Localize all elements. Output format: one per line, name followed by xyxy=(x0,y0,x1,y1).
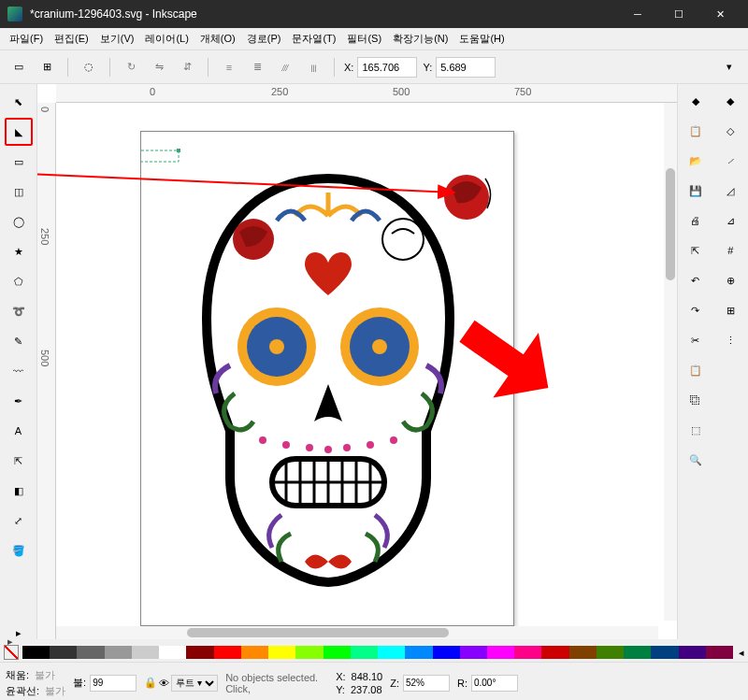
swatch[interactable] xyxy=(541,646,568,659)
redo-icon[interactable]: ↷ xyxy=(683,297,709,323)
menu-item[interactable]: 레이어(L) xyxy=(139,29,194,49)
layer-lock-icon[interactable]: 🔒 xyxy=(144,677,157,689)
rect-tool[interactable]: ▭ xyxy=(5,148,33,176)
menu-chevron-icon[interactable]: ▾ xyxy=(718,56,741,79)
snap-edge-icon[interactable]: ⊿ xyxy=(717,207,743,234)
select-all-icon[interactable]: ⊞ xyxy=(36,56,58,79)
snap-node-icon[interactable]: ◇ xyxy=(717,118,743,144)
align1-icon[interactable]: ≡ xyxy=(218,56,240,79)
layer-select[interactable]: 루트 ▾ xyxy=(171,675,218,692)
opacity-input[interactable] xyxy=(90,675,137,692)
minimize-button[interactable]: ─ xyxy=(617,0,658,28)
close-button[interactable]: ✕ xyxy=(699,0,741,28)
palette-menu-icon[interactable]: ◂ xyxy=(739,647,744,659)
snap-dots-icon[interactable]: ⋮ xyxy=(717,327,743,353)
menu-item[interactable]: 도움말(H) xyxy=(453,29,510,49)
cut-icon[interactable]: ✂ xyxy=(683,327,709,353)
swatch[interactable] xyxy=(679,646,706,659)
menu-item[interactable]: 문자열(T) xyxy=(286,29,341,49)
snap-icon[interactable]: ◆ xyxy=(717,88,743,114)
swatch[interactable] xyxy=(77,646,104,659)
swatch[interactable] xyxy=(186,646,213,659)
mirror-icon[interactable]: ⇵ xyxy=(176,56,198,79)
menu-item[interactable]: 보기(V) xyxy=(94,29,140,49)
export-icon[interactable]: ⇱ xyxy=(683,237,709,264)
scrollbar-horizontal[interactable] xyxy=(56,626,658,639)
calligraphy-tool[interactable]: ✒ xyxy=(5,387,33,415)
poly-tool[interactable]: ⬠ xyxy=(5,267,33,295)
fill-stroke-icon[interactable]: ◆ xyxy=(683,88,709,114)
connector-tool[interactable]: ⇱ xyxy=(5,447,33,475)
swatch[interactable] xyxy=(460,646,487,659)
new-doc-icon[interactable]: ▭ xyxy=(7,56,30,79)
align4-icon[interactable]: ⫼ xyxy=(302,56,324,79)
swatch[interactable] xyxy=(487,646,514,659)
swatch[interactable] xyxy=(132,646,159,659)
swatch[interactable] xyxy=(241,646,268,659)
duplicate-icon[interactable]: ⿻ xyxy=(683,387,709,413)
dashed-icon[interactable]: ◌ xyxy=(78,56,100,79)
clipboard-icon[interactable]: 📋 xyxy=(683,357,709,383)
zoom-input[interactable] xyxy=(403,675,450,692)
snap-center-icon[interactable]: ⊕ xyxy=(717,267,743,293)
menu-item[interactable]: 편집(E) xyxy=(49,29,94,49)
swatch[interactable] xyxy=(378,646,405,659)
menu-item[interactable]: 파일(F) xyxy=(4,29,49,49)
swatch[interactable] xyxy=(597,646,624,659)
save-icon[interactable]: 💾 xyxy=(683,178,709,204)
swatch[interactable] xyxy=(22,646,50,659)
paintbucket-tool[interactable]: 🪣 xyxy=(5,536,33,564)
select-tool[interactable]: ⬉ xyxy=(5,88,33,116)
swatch[interactable] xyxy=(351,646,378,659)
snap-path-icon[interactable]: ⟋ xyxy=(717,148,743,174)
snap-corner-icon[interactable]: ◿ xyxy=(717,178,743,204)
no-fill-swatch[interactable] xyxy=(4,645,19,660)
snap-hash-icon[interactable]: # xyxy=(717,237,743,264)
canvas-area[interactable]: 🔒 0250500750 0250500 xyxy=(37,84,677,639)
swatch[interactable] xyxy=(214,646,241,659)
swatch[interactable] xyxy=(50,646,77,659)
bezier-tool[interactable]: 〰 xyxy=(5,357,33,385)
menu-item[interactable]: 경로(P) xyxy=(241,29,287,49)
menu-item[interactable]: 필터(S) xyxy=(341,29,387,49)
layer-visible-icon[interactable]: 👁 xyxy=(159,678,169,689)
menu-item[interactable]: 확장기능(N) xyxy=(387,29,453,49)
menu-item[interactable]: 개체(O) xyxy=(194,29,241,49)
flip-icon[interactable]: ⇋ xyxy=(148,56,170,79)
swatch[interactable] xyxy=(324,646,351,659)
group-icon[interactable]: ⬚ xyxy=(683,417,709,443)
toolbox-expand-icon[interactable]: ▸ xyxy=(16,627,22,639)
gradient-tool[interactable]: ◧ xyxy=(5,477,33,505)
dropper-tool[interactable]: ⤢ xyxy=(5,507,33,535)
swatch[interactable] xyxy=(405,646,432,659)
coord-y-input[interactable] xyxy=(436,57,496,78)
page[interactable] xyxy=(140,131,514,626)
swatch[interactable] xyxy=(706,646,733,659)
3dbox-tool[interactable]: ◫ xyxy=(5,178,33,206)
snap-grid-icon[interactable]: ⊞ xyxy=(717,297,743,323)
swatch[interactable] xyxy=(651,646,678,659)
star-tool[interactable]: ★ xyxy=(5,237,33,265)
node-tool[interactable]: ◣ xyxy=(5,118,33,146)
ellipse-tool[interactable]: ◯ xyxy=(5,207,33,236)
align2-icon[interactable]: ≣ xyxy=(246,56,268,79)
swatch[interactable] xyxy=(514,646,541,659)
swatch[interactable] xyxy=(159,646,186,659)
align3-icon[interactable]: ⫻ xyxy=(274,56,296,79)
undo-icon[interactable]: ↶ xyxy=(683,267,709,293)
maximize-button[interactable]: ☐ xyxy=(658,0,699,28)
rotate-icon[interactable]: ↻ xyxy=(120,56,142,79)
swatch[interactable] xyxy=(295,646,323,659)
zoom-icon[interactable]: 🔍 xyxy=(683,447,709,473)
paste-icon[interactable]: 📋 xyxy=(683,118,709,144)
open-icon[interactable]: 📂 xyxy=(683,148,709,174)
swatch[interactable] xyxy=(268,646,295,659)
spiral-tool[interactable]: ➰ xyxy=(5,297,33,325)
rotation-input[interactable] xyxy=(471,675,518,692)
swatch[interactable] xyxy=(569,646,597,659)
swatch[interactable] xyxy=(433,646,460,659)
coord-x-input[interactable] xyxy=(357,57,417,78)
print-icon[interactable]: 🖨 xyxy=(683,207,709,234)
swatch[interactable] xyxy=(105,646,132,659)
text-tool[interactable]: A xyxy=(5,417,33,445)
